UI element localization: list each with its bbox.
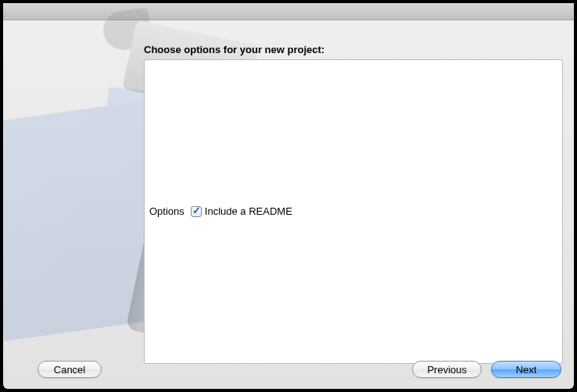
- readme-checkbox[interactable]: [191, 206, 202, 217]
- dialog-window: Choose options for your new project: Opt…: [3, 3, 574, 389]
- button-bar: Cancel Previous Next: [3, 361, 574, 378]
- page-heading: Choose options for your new project:: [144, 44, 324, 55]
- titlebar: [3, 3, 574, 20]
- options-panel: Options Include a README: [144, 59, 563, 364]
- readme-checkbox-label: Include a README: [205, 205, 292, 217]
- options-row: Options Include a README: [149, 205, 292, 217]
- readme-option[interactable]: Include a README: [191, 205, 292, 217]
- next-button[interactable]: Next: [491, 361, 561, 378]
- previous-button[interactable]: Previous: [412, 361, 482, 378]
- cancel-button[interactable]: Cancel: [38, 361, 102, 378]
- content-area: Choose options for your new project: Opt…: [3, 20, 574, 389]
- options-label: Options: [149, 205, 185, 217]
